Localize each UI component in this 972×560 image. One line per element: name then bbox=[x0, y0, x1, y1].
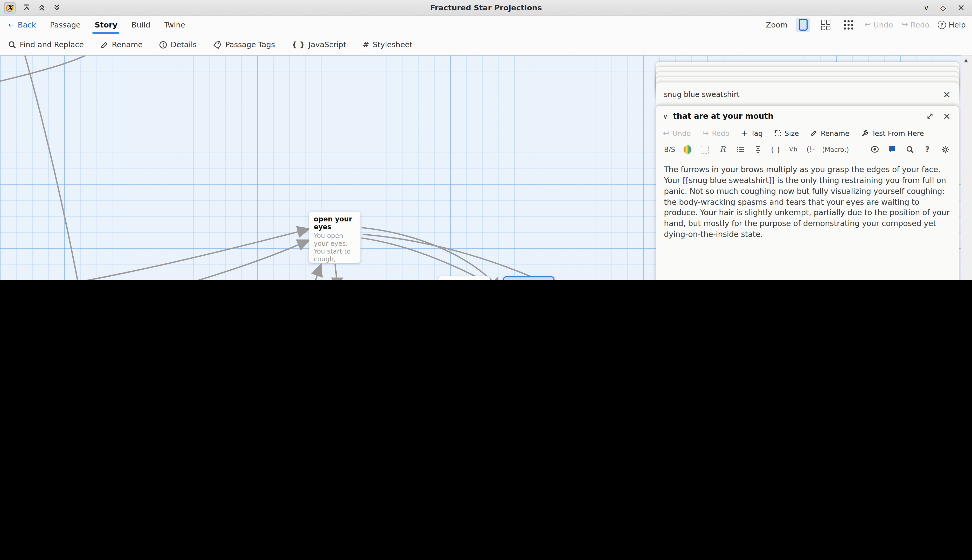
color-rainbow-icon[interactable] bbox=[679, 143, 695, 155]
editor-redo-button[interactable]: ↪ Redo bbox=[702, 129, 730, 137]
double-chevron-up-icon[interactable] bbox=[38, 3, 46, 12]
rename-label: Rename bbox=[112, 40, 143, 49]
size-icon bbox=[774, 130, 781, 137]
tab-story[interactable]: Story bbox=[95, 15, 117, 34]
minimize-icon[interactable]: ∨ bbox=[924, 4, 929, 11]
editor-header: ∨ that are at your mouth × bbox=[655, 106, 959, 124]
braces-icon-editor[interactable]: { } bbox=[768, 143, 783, 155]
test-from-here-label: Test From Here bbox=[872, 129, 924, 137]
hash-icon: # bbox=[363, 40, 369, 49]
rename-passage-label: Rename bbox=[821, 129, 850, 137]
editor-undo-icon: ↩ bbox=[663, 129, 669, 137]
back-button[interactable]: ← Back bbox=[8, 20, 36, 29]
scroll-up-icon[interactable]: ▲ bbox=[964, 58, 968, 63]
help-button[interactable]: ? Help bbox=[938, 20, 966, 29]
format-help-icon[interactable]: ? bbox=[920, 143, 935, 155]
wrench-icon bbox=[861, 129, 869, 137]
rename-passage-icon bbox=[810, 130, 818, 137]
passage-card[interactable]: that are at your mouth The furrows in yo… bbox=[503, 277, 554, 280]
search-input[interactable]: snug blue sweatshirt bbox=[664, 90, 943, 98]
back-arrow-icon: ← bbox=[8, 20, 15, 29]
expand-dialog-icon[interactable] bbox=[926, 113, 934, 120]
undo-icon: ↩ bbox=[864, 21, 871, 28]
passage-tags-label: Passage Tags bbox=[225, 40, 275, 49]
tab-passage[interactable]: Passage bbox=[50, 15, 81, 34]
app-icon-letter: X bbox=[7, 4, 13, 11]
window-titlebar: X Fractured Star Projections ∨ ◇ × bbox=[0, 0, 972, 15]
redo-button[interactable]: ↪ Redo bbox=[902, 20, 929, 29]
search-icon bbox=[8, 41, 16, 48]
javascript-label: JavaScript bbox=[308, 40, 346, 49]
zoom-medium-button[interactable] bbox=[819, 17, 833, 32]
find-and-replace-label: Find and Replace bbox=[20, 40, 84, 49]
size-button[interactable]: Size bbox=[774, 129, 799, 137]
app-icon[interactable]: X bbox=[4, 2, 15, 13]
find-icon[interactable] bbox=[902, 143, 917, 155]
stylesheet-label: Stylesheet bbox=[373, 40, 412, 49]
search-dialog: snug blue sweatshirt × bbox=[655, 82, 959, 106]
passage-editor-dialog: ∨ that are at your mouth × ↩ Undo ↪ Redo bbox=[655, 106, 959, 280]
rename-icon bbox=[100, 41, 108, 48]
vertical-scrollbar[interactable]: ▲ ▼ bbox=[960, 55, 972, 280]
details-label: Details bbox=[171, 40, 197, 49]
help-label: Help bbox=[949, 20, 966, 29]
align-lines-icon[interactable] bbox=[750, 143, 765, 155]
passage-card-excerpt: You open your eyes. You start to cough, … bbox=[314, 232, 356, 263]
dashed-box-icon[interactable] bbox=[697, 143, 713, 155]
details-button[interactable]: Details bbox=[159, 40, 197, 49]
zoom-small-icon bbox=[844, 20, 854, 29]
test-from-here-button[interactable]: Test From Here bbox=[861, 129, 924, 137]
undo-label: Undo bbox=[874, 20, 893, 29]
passage-card-title: open your eyes bbox=[314, 215, 356, 231]
menu-bar: ← Back Passage Story Build Twine Zoom ↩ … bbox=[0, 15, 972, 34]
javascript-button[interactable]: { } JavaScript bbox=[292, 40, 346, 49]
stylesheet-button[interactable]: # Stylesheet bbox=[363, 40, 413, 49]
maximize-icon[interactable]: ◇ bbox=[940, 4, 946, 11]
passage-card[interactable]: open your eyes You open your eyes. You s… bbox=[309, 212, 360, 263]
redo-icon: ↪ bbox=[902, 21, 908, 28]
back-label: Back bbox=[18, 20, 36, 29]
zoom-small-button[interactable] bbox=[842, 17, 856, 32]
redo-label: Redo bbox=[910, 20, 929, 29]
editor-redo-icon: ↪ bbox=[702, 129, 709, 137]
tab-twine[interactable]: Twine bbox=[164, 15, 185, 34]
close-window-icon[interactable]: × bbox=[957, 3, 965, 12]
zoom-label: Zoom bbox=[766, 20, 788, 29]
info-icon bbox=[159, 41, 167, 48]
find-and-replace-button[interactable]: Find and Replace bbox=[8, 40, 84, 49]
format-toolbar: B/S R { } Vb (!- (Macro:) bbox=[655, 142, 959, 159]
editor-passage-title: that are at your mouth bbox=[673, 112, 921, 121]
rename-story-button[interactable]: Rename bbox=[100, 40, 143, 49]
macro-label-icon[interactable]: (Macro:) bbox=[820, 143, 850, 155]
tag-icon bbox=[213, 41, 222, 48]
rename-passage-button[interactable]: Rename bbox=[810, 129, 850, 137]
scroll-to-top-icon[interactable] bbox=[23, 3, 31, 12]
comment-bubble-icon[interactable] bbox=[884, 143, 900, 155]
zoom-full-button[interactable] bbox=[796, 17, 810, 32]
undo-button[interactable]: ↩ Undo bbox=[864, 20, 893, 29]
bold-strike-icon[interactable]: B/S bbox=[662, 143, 677, 155]
tab-build[interactable]: Build bbox=[132, 15, 150, 34]
add-tag-button[interactable]: + Tag bbox=[741, 129, 763, 137]
eye-icon[interactable] bbox=[867, 143, 882, 155]
verbatim-icon[interactable]: Vb bbox=[785, 143, 801, 155]
help-icon: ? bbox=[938, 20, 946, 29]
styles-icon[interactable]: R bbox=[715, 143, 730, 155]
passage-text-editor[interactable]: The furrows in your brows multiply as yo… bbox=[655, 159, 959, 280]
editor-undo-label: Undo bbox=[672, 129, 691, 137]
zoom-full-icon bbox=[799, 19, 808, 31]
passage-card[interactable]: look tired It comes from the difficulty … bbox=[438, 277, 490, 280]
plus-icon: + bbox=[741, 129, 748, 137]
close-search-icon[interactable]: × bbox=[943, 90, 951, 99]
zoom-medium-icon bbox=[821, 20, 831, 30]
double-chevron-down-icon[interactable] bbox=[53, 3, 61, 12]
tag-label: Tag bbox=[751, 129, 763, 137]
size-label: Size bbox=[785, 129, 799, 137]
macro-bang-icon[interactable]: (!- bbox=[803, 143, 819, 155]
editor-undo-button[interactable]: ↩ Undo bbox=[663, 129, 691, 137]
passage-tags-button[interactable]: Passage Tags bbox=[213, 40, 275, 49]
collapse-chevron-icon[interactable]: ∨ bbox=[663, 112, 668, 120]
settings-gear-icon[interactable] bbox=[937, 143, 953, 155]
numbered-list-icon[interactable] bbox=[732, 143, 748, 155]
close-editor-icon[interactable]: × bbox=[943, 112, 951, 121]
